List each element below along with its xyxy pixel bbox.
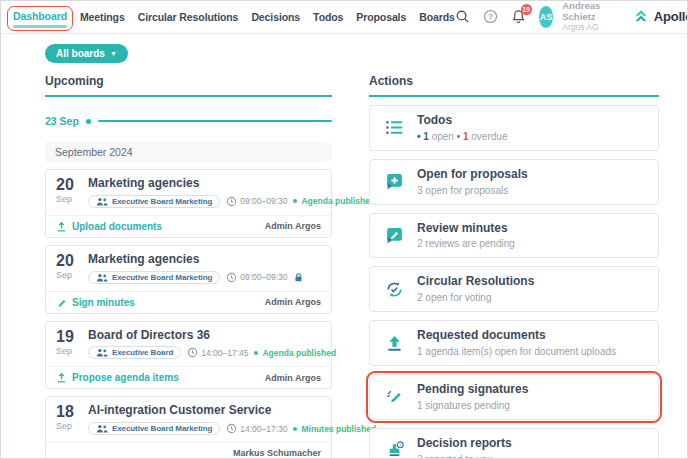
users-icon <box>96 197 108 206</box>
active-tab-indicator <box>13 25 67 28</box>
meeting-card[interactable]: 20 Sep Marketing agencies Executive Boar… <box>45 245 332 314</box>
nav-item-boards[interactable]: Boards <box>419 11 455 23</box>
todos-open-label: open <box>432 131 454 142</box>
board-badge: Executive Board Marketing <box>88 195 220 208</box>
meeting-action-label: Upload documents <box>72 221 162 232</box>
meeting-date: 19 Sep <box>56 329 80 360</box>
board-badge: Executive Board Marketing <box>88 422 220 435</box>
board-badge-label: Executive Board <box>112 348 173 357</box>
action-card-title: Todos <box>417 114 507 128</box>
nav-item-meetings[interactable]: Meetings <box>80 11 125 23</box>
user-menu[interactable]: Andreas Schietz Argos AG <box>562 1 611 33</box>
nav-item-decisions[interactable]: Decisions <box>251 11 300 23</box>
meeting-time-label: 14:00–17:45 <box>201 348 248 358</box>
nav-item-todos[interactable]: Todos <box>313 11 343 23</box>
upcoming-column: Upcoming 23 Sep September 2024 20 Sep Ma… <box>45 74 332 459</box>
meeting-title: Marketing agencies <box>88 253 323 267</box>
meeting-day: 20 <box>56 177 80 193</box>
action-card-subtitle: • 1 open • 1 overdue <box>417 131 507 142</box>
meeting-owner: Markus Schumacher <box>233 448 321 458</box>
meeting-time-label: 09:00–09:30 <box>240 272 287 282</box>
sign-minutes-link[interactable]: Sign minutes <box>56 297 135 308</box>
meeting-date: 18 Sep <box>56 404 80 435</box>
meeting-date: 20 Sep <box>56 177 80 208</box>
nav-item-dashboard[interactable]: Dashboard <box>13 10 67 24</box>
todos-overdue-label: overdue <box>471 131 507 142</box>
action-card-subtitle: 1 signatures pending <box>417 400 528 411</box>
action-card-decision-reports[interactable]: i Decision reports 3 reported to you <box>369 428 659 459</box>
board-filter-row: All boards ▼ <box>1 34 687 74</box>
search-icon[interactable] <box>455 9 470 25</box>
help-icon[interactable]: ? <box>483 9 498 25</box>
action-card-circular-resolutions[interactable]: Circular Resolutions 2 open for voting <box>369 266 659 312</box>
upcoming-title: Upcoming <box>45 74 332 97</box>
bell-icon[interactable]: 19 <box>511 9 526 25</box>
status-dot <box>293 427 297 431</box>
upload-documents-link[interactable]: Upload documents <box>56 221 162 232</box>
upload-icon <box>384 334 404 353</box>
dashboard-content: Upcoming 23 Sep September 2024 20 Sep Ma… <box>1 74 687 459</box>
meeting-time-label: 09:00–09:30 <box>240 196 287 206</box>
upload-icon <box>56 221 67 232</box>
timeline-date: 23 Sep <box>45 115 79 127</box>
nav-item-label: Dashboard <box>13 10 67 22</box>
meeting-month: Sep <box>56 194 80 204</box>
status-dot <box>254 351 258 355</box>
board-badge-label: Executive Board Marketing <box>112 273 212 282</box>
action-card-subtitle: 3 open for proposals <box>417 185 528 196</box>
month-label: September 2024 <box>45 142 332 162</box>
lock-icon <box>293 272 304 283</box>
meeting-owner: Admin Argos <box>265 373 321 383</box>
todos-open-dot: • <box>417 131 421 142</box>
todos-open-count: 1 <box>423 131 429 142</box>
meeting-card[interactable]: 19 Sep Board of Directors 36 Executive B… <box>45 321 332 390</box>
meeting-card[interactable]: 18 Sep AI-integration Customer Service E… <box>45 396 332 459</box>
users-icon <box>96 348 108 357</box>
meeting-status: Agenda published <box>254 348 336 358</box>
clock-icon <box>187 347 198 358</box>
chevron-down-icon: ▼ <box>110 50 117 57</box>
meeting-day: 19 <box>56 329 80 345</box>
meeting-card[interactable]: 20 Sep Marketing agencies Executive Boar… <box>45 169 332 238</box>
action-card-title: Decision reports <box>417 437 512 451</box>
meeting-action-label: Propose agenda items <box>72 372 179 383</box>
brand-name: Apollo.ai <box>654 9 688 24</box>
svg-text:?: ? <box>488 13 493 22</box>
meeting-date: 20 Sep <box>56 253 80 284</box>
meeting-title: AI-integration Customer Service <box>88 404 323 418</box>
proposal-plus-icon <box>384 172 404 191</box>
actions-column: Actions Todos • 1 open • 1 overdue <box>369 74 659 459</box>
meeting-status-label: Minutes published <box>301 424 376 434</box>
meeting-status: Minutes published <box>293 424 376 434</box>
meeting-time: 14:00–17:30 <box>226 423 287 434</box>
action-card-pending-signatures[interactable]: Pending signatures 1 signatures pending <box>369 374 659 420</box>
action-card-open-for-proposals[interactable]: Open for proposals 3 open for proposals <box>369 159 659 205</box>
all-boards-dropdown[interactable]: All boards ▼ <box>45 44 128 63</box>
meeting-time: 09:00–09:30 <box>226 272 287 283</box>
clock-icon <box>226 196 237 207</box>
action-card-requested-documents[interactable]: Requested documents 1 agenda item(s) ope… <box>369 320 659 366</box>
todos-list-icon <box>384 118 404 137</box>
nav-item-circular-resolutions[interactable]: Circular Resolutions <box>138 11 239 23</box>
meeting-month: Sep <box>56 346 80 356</box>
timeline-line <box>98 120 332 122</box>
avatar[interactable]: AS <box>539 6 553 28</box>
pen-icon <box>56 297 67 308</box>
top-navigation-bar: Dashboard Meetings Circular Resolutions … <box>1 1 687 34</box>
action-card-title: Review minutes <box>417 222 515 236</box>
actions-title: Actions <box>369 74 659 97</box>
meeting-title: Marketing agencies <box>88 177 323 191</box>
clock-icon <box>226 272 237 283</box>
topbar-actions: ? 19 AS Andreas Schietz Argos AG Apollo.… <box>455 1 688 33</box>
dashboard-page: Dashboard Meetings Circular Resolutions … <box>0 0 688 459</box>
action-card-subtitle: 3 reported to you <box>417 454 512 459</box>
propose-agenda-items-link[interactable]: Propose agenda items <box>56 372 179 383</box>
todos-overdue-count: 1 <box>463 131 469 142</box>
upload-icon <box>56 372 67 383</box>
action-card-title: Circular Resolutions <box>417 275 534 289</box>
action-card-todos[interactable]: Todos • 1 open • 1 overdue <box>369 105 659 151</box>
action-card-subtitle: 2 open for voting <box>417 292 534 303</box>
action-card-review-minutes[interactable]: Review minutes 2 reviews are pending <box>369 213 659 259</box>
circular-resolutions-icon <box>384 280 404 299</box>
nav-item-proposals[interactable]: Proposals <box>356 11 406 23</box>
